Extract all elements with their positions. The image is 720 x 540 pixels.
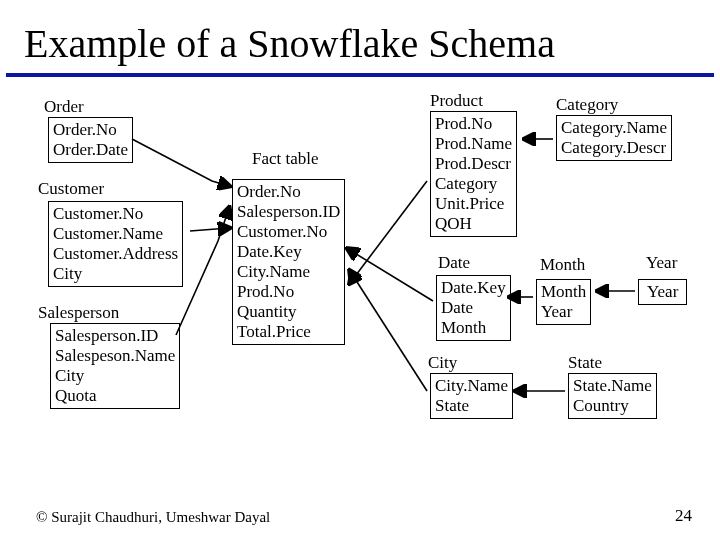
page-title: Example of a Snowflake Schema (0, 0, 720, 73)
diagram-canvas: Order Order.No Order.Date Customer Custo… (0, 91, 720, 511)
title-underline (6, 73, 714, 77)
footer-credit: © Surajit Chaudhuri, Umeshwar Dayal (36, 509, 270, 526)
arrows (0, 91, 720, 511)
page-number: 24 (675, 506, 692, 526)
